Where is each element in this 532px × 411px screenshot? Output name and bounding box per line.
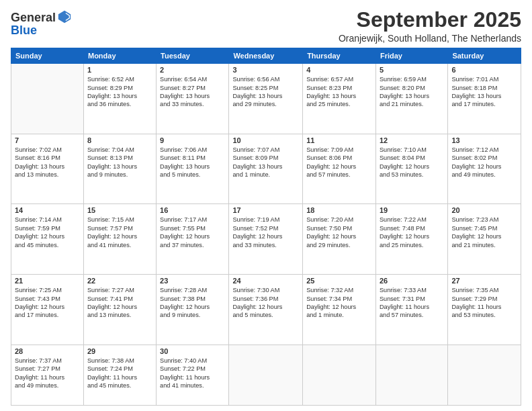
calendar-cell: 23Sunrise: 7:28 AM Sunset: 7:38 PM Dayli… bbox=[157, 275, 229, 345]
day-number: 18 bbox=[306, 206, 372, 214]
calendar-cell: 6Sunrise: 7:01 AM Sunset: 8:18 PM Daylig… bbox=[448, 64, 521, 134]
day-number: 29 bbox=[87, 347, 152, 355]
calendar-cell: 15Sunrise: 7:15 AM Sunset: 7:57 PM Dayli… bbox=[83, 204, 156, 275]
day-info: Sunrise: 7:22 AM Sunset: 7:48 PM Dayligh… bbox=[380, 216, 444, 249]
day-number: 16 bbox=[160, 206, 225, 214]
calendar-cell: 1Sunrise: 6:52 AM Sunset: 8:29 PM Daylig… bbox=[83, 64, 156, 134]
day-number: 3 bbox=[232, 66, 299, 74]
day-number: 22 bbox=[87, 277, 152, 285]
day-info: Sunrise: 7:04 AM Sunset: 8:13 PM Dayligh… bbox=[87, 146, 152, 179]
logo-icon bbox=[57, 9, 72, 24]
day-number: 2 bbox=[160, 66, 225, 74]
day-info: Sunrise: 7:25 AM Sunset: 7:43 PM Dayligh… bbox=[15, 286, 80, 320]
day-info: Sunrise: 7:38 AM Sunset: 7:24 PM Dayligh… bbox=[87, 357, 152, 390]
day-number: 25 bbox=[306, 277, 372, 285]
logo-blue-text: Blue bbox=[11, 24, 72, 38]
week-row-3: 21Sunrise: 7:25 AM Sunset: 7:43 PM Dayli… bbox=[11, 275, 521, 345]
calendar-cell: 14Sunrise: 7:14 AM Sunset: 7:59 PM Dayli… bbox=[11, 204, 84, 275]
calendar-table: SundayMondayTuesdayWednesdayThursdayFrid… bbox=[11, 48, 521, 406]
calendar-cell: 26Sunrise: 7:33 AM Sunset: 7:31 PM Dayli… bbox=[375, 275, 447, 345]
calendar-cell: 16Sunrise: 7:17 AM Sunset: 7:55 PM Dayli… bbox=[157, 204, 229, 275]
calendar-cell: 19Sunrise: 7:22 AM Sunset: 7:48 PM Dayli… bbox=[375, 204, 447, 275]
calendar-cell: 4Sunrise: 6:57 AM Sunset: 8:23 PM Daylig… bbox=[303, 64, 376, 134]
calendar-cell: 27Sunrise: 7:35 AM Sunset: 7:29 PM Dayli… bbox=[448, 275, 521, 345]
day-info: Sunrise: 6:52 AM Sunset: 8:29 PM Dayligh… bbox=[87, 75, 152, 109]
week-row-4: 28Sunrise: 7:37 AM Sunset: 7:27 PM Dayli… bbox=[11, 345, 521, 405]
day-number: 6 bbox=[451, 66, 517, 74]
day-info: Sunrise: 7:15 AM Sunset: 7:57 PM Dayligh… bbox=[87, 216, 152, 249]
day-number: 14 bbox=[15, 206, 80, 214]
week-row-1: 7Sunrise: 7:02 AM Sunset: 8:16 PM Daylig… bbox=[11, 134, 521, 204]
calendar-cell: 20Sunrise: 7:23 AM Sunset: 7:45 PM Dayli… bbox=[448, 204, 521, 275]
weekday-header-friday: Friday bbox=[375, 48, 447, 64]
day-number: 17 bbox=[232, 206, 299, 214]
day-info: Sunrise: 7:02 AM Sunset: 8:16 PM Dayligh… bbox=[15, 146, 80, 179]
day-info: Sunrise: 7:30 AM Sunset: 7:36 PM Dayligh… bbox=[232, 286, 299, 320]
day-number: 30 bbox=[160, 347, 225, 355]
calendar-cell: 22Sunrise: 7:27 AM Sunset: 7:41 PM Dayli… bbox=[83, 275, 156, 345]
day-number: 27 bbox=[451, 277, 517, 285]
day-number: 8 bbox=[87, 136, 152, 144]
week-row-0: 1Sunrise: 6:52 AM Sunset: 8:29 PM Daylig… bbox=[11, 64, 521, 134]
calendar-cell: 3Sunrise: 6:56 AM Sunset: 8:25 PM Daylig… bbox=[229, 64, 303, 134]
day-number: 24 bbox=[232, 277, 299, 285]
day-number: 10 bbox=[232, 136, 299, 144]
day-number: 11 bbox=[306, 136, 372, 144]
day-info: Sunrise: 7:37 AM Sunset: 7:27 PM Dayligh… bbox=[15, 357, 80, 390]
calendar-subtitle: Oranjewijk, South Holland, The Netherlan… bbox=[339, 33, 521, 44]
calendar-cell: 17Sunrise: 7:19 AM Sunset: 7:52 PM Dayli… bbox=[229, 204, 303, 275]
calendar-cell: 25Sunrise: 7:32 AM Sunset: 7:34 PM Dayli… bbox=[303, 275, 376, 345]
day-info: Sunrise: 7:06 AM Sunset: 8:11 PM Dayligh… bbox=[160, 146, 225, 179]
day-info: Sunrise: 7:09 AM Sunset: 8:06 PM Dayligh… bbox=[306, 146, 372, 179]
day-info: Sunrise: 7:19 AM Sunset: 7:52 PM Dayligh… bbox=[232, 216, 299, 249]
day-info: Sunrise: 7:35 AM Sunset: 7:29 PM Dayligh… bbox=[451, 286, 517, 320]
day-info: Sunrise: 7:32 AM Sunset: 7:34 PM Dayligh… bbox=[306, 286, 372, 320]
day-info: Sunrise: 7:12 AM Sunset: 8:02 PM Dayligh… bbox=[451, 146, 517, 179]
day-info: Sunrise: 7:33 AM Sunset: 7:31 PM Dayligh… bbox=[380, 286, 444, 320]
day-number: 5 bbox=[380, 66, 444, 74]
day-info: Sunrise: 7:10 AM Sunset: 8:04 PM Dayligh… bbox=[380, 146, 444, 179]
day-info: Sunrise: 7:01 AM Sunset: 8:18 PM Dayligh… bbox=[451, 75, 517, 109]
day-info: Sunrise: 6:54 AM Sunset: 8:27 PM Dayligh… bbox=[160, 75, 225, 109]
day-number: 20 bbox=[451, 206, 517, 214]
logo-general-text: General bbox=[11, 11, 56, 25]
calendar-cell: 13Sunrise: 7:12 AM Sunset: 8:02 PM Dayli… bbox=[448, 134, 521, 204]
calendar-cell: 12Sunrise: 7:10 AM Sunset: 8:04 PM Dayli… bbox=[375, 134, 447, 204]
calendar-cell: 2Sunrise: 6:54 AM Sunset: 8:27 PM Daylig… bbox=[157, 64, 229, 134]
day-info: Sunrise: 7:23 AM Sunset: 7:45 PM Dayligh… bbox=[451, 216, 517, 249]
weekday-header-tuesday: Tuesday bbox=[157, 48, 229, 64]
day-info: Sunrise: 6:59 AM Sunset: 8:20 PM Dayligh… bbox=[380, 75, 444, 109]
calendar-cell: 11Sunrise: 7:09 AM Sunset: 8:06 PM Dayli… bbox=[303, 134, 376, 204]
calendar-cell bbox=[229, 345, 303, 405]
day-number: 15 bbox=[87, 206, 152, 214]
calendar-cell: 9Sunrise: 7:06 AM Sunset: 8:11 PM Daylig… bbox=[157, 134, 229, 204]
calendar-title: September 2025 bbox=[339, 8, 521, 32]
week-row-2: 14Sunrise: 7:14 AM Sunset: 7:59 PM Dayli… bbox=[11, 204, 521, 275]
weekday-header-thursday: Thursday bbox=[303, 48, 376, 64]
weekday-header-row: SundayMondayTuesdayWednesdayThursdayFrid… bbox=[11, 48, 521, 64]
weekday-header-monday: Monday bbox=[83, 48, 156, 64]
day-number: 13 bbox=[451, 136, 517, 144]
calendar-cell bbox=[303, 345, 376, 405]
calendar-cell: 28Sunrise: 7:37 AM Sunset: 7:27 PM Dayli… bbox=[11, 345, 84, 405]
day-number: 23 bbox=[160, 277, 225, 285]
page: General Blue September 2025 Oranjewijk, … bbox=[0, 0, 532, 411]
calendar-cell: 30Sunrise: 7:40 AM Sunset: 7:22 PM Dayli… bbox=[157, 345, 229, 405]
header: General Blue September 2025 Oranjewijk, … bbox=[11, 8, 521, 44]
calendar-cell: 18Sunrise: 7:20 AM Sunset: 7:50 PM Dayli… bbox=[303, 204, 376, 275]
day-info: Sunrise: 6:56 AM Sunset: 8:25 PM Dayligh… bbox=[232, 75, 299, 109]
calendar-cell bbox=[448, 345, 521, 405]
day-info: Sunrise: 6:57 AM Sunset: 8:23 PM Dayligh… bbox=[306, 75, 372, 109]
calendar-cell: 8Sunrise: 7:04 AM Sunset: 8:13 PM Daylig… bbox=[83, 134, 156, 204]
calendar-cell: 21Sunrise: 7:25 AM Sunset: 7:43 PM Dayli… bbox=[11, 275, 84, 345]
day-number: 26 bbox=[380, 277, 444, 285]
day-number: 9 bbox=[160, 136, 225, 144]
calendar-cell: 24Sunrise: 7:30 AM Sunset: 7:36 PM Dayli… bbox=[229, 275, 303, 345]
day-info: Sunrise: 7:20 AM Sunset: 7:50 PM Dayligh… bbox=[306, 216, 372, 249]
calendar-cell: 10Sunrise: 7:07 AM Sunset: 8:09 PM Dayli… bbox=[229, 134, 303, 204]
calendar-cell bbox=[375, 345, 447, 405]
calendar-cell: 7Sunrise: 7:02 AM Sunset: 8:16 PM Daylig… bbox=[11, 134, 84, 204]
day-number: 12 bbox=[380, 136, 444, 144]
day-info: Sunrise: 7:28 AM Sunset: 7:38 PM Dayligh… bbox=[160, 286, 225, 320]
day-number: 28 bbox=[15, 347, 80, 355]
